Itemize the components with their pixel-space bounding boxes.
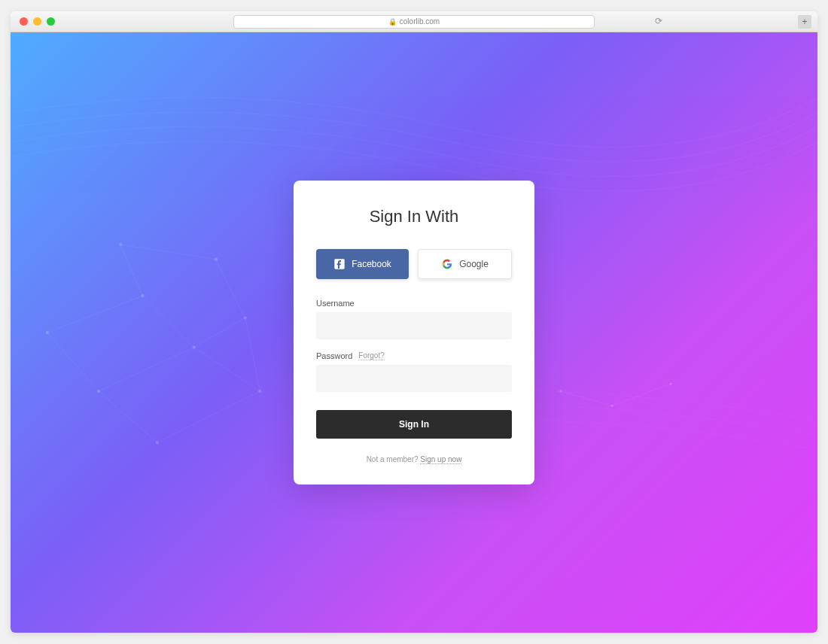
signin-button[interactable]: Sign In [316, 410, 512, 439]
facebook-label: Facebook [352, 259, 391, 269]
google-signin-button[interactable]: Google [418, 249, 512, 279]
card-title: Sign In With [316, 207, 512, 226]
svg-line-6 [194, 347, 260, 390]
svg-point-18 [215, 258, 218, 261]
svg-line-3 [47, 333, 99, 391]
svg-line-7 [245, 318, 260, 391]
facebook-icon [333, 258, 346, 270]
svg-line-4 [99, 347, 194, 390]
svg-point-12 [46, 331, 49, 334]
svg-line-9 [216, 260, 245, 318]
svg-line-0 [47, 296, 143, 333]
minimize-window-button[interactable] [33, 17, 41, 26]
svg-line-1 [142, 296, 193, 347]
url-text: colorlib.com [400, 17, 440, 26]
signup-row: Not a member? Sign up now [316, 455, 512, 463]
password-label: Password [316, 351, 352, 360]
facebook-signin-button[interactable]: Facebook [316, 249, 409, 279]
svg-point-13 [141, 294, 144, 297]
lock-icon: 🔒 [388, 18, 397, 26]
svg-line-25 [612, 384, 671, 406]
close-window-button[interactable] [20, 17, 28, 26]
svg-point-14 [193, 346, 196, 349]
google-label: Google [459, 259, 489, 269]
google-icon [441, 258, 453, 270]
username-input[interactable] [316, 312, 512, 339]
password-group: Password Forgot? [316, 351, 512, 392]
browser-window: 🔒 colorlib.com ⟳ + [11, 11, 817, 633]
reload-button[interactable]: ⟳ [655, 16, 667, 28]
svg-point-15 [244, 317, 247, 320]
maximize-window-button[interactable] [47, 17, 55, 26]
svg-point-19 [258, 390, 261, 393]
svg-point-17 [119, 243, 122, 246]
svg-point-23 [670, 383, 672, 385]
not-member-text: Not a member? [367, 455, 421, 463]
new-tab-button[interactable]: + [798, 15, 811, 29]
password-input[interactable] [316, 365, 512, 392]
svg-line-5 [120, 245, 142, 296]
svg-line-10 [99, 391, 157, 442]
svg-line-24 [561, 391, 612, 406]
svg-point-22 [611, 405, 613, 407]
social-buttons-row: Facebook Google [316, 249, 512, 279]
svg-point-21 [559, 390, 562, 393]
browser-toolbar: 🔒 colorlib.com ⟳ + [11, 11, 817, 32]
svg-line-8 [120, 245, 216, 259]
svg-line-2 [194, 318, 245, 348]
svg-point-16 [97, 390, 100, 393]
page-content: Sign In With Facebook [11, 32, 817, 633]
forgot-password-link[interactable]: Forgot? [358, 351, 384, 360]
svg-line-11 [157, 391, 260, 442]
signup-link[interactable]: Sign up now [420, 455, 461, 464]
username-group: Username [316, 299, 512, 339]
login-card: Sign In With Facebook [294, 181, 534, 485]
username-label: Username [316, 299, 355, 308]
address-bar[interactable]: 🔒 colorlib.com [233, 15, 595, 29]
svg-point-20 [156, 441, 159, 444]
